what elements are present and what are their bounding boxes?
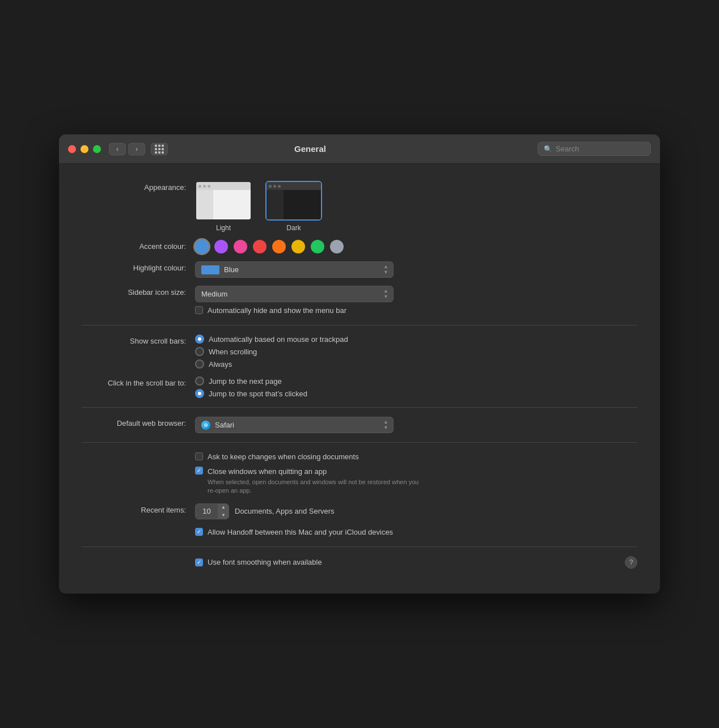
- recent-items-suffix: Documents, Apps and Servers: [235, 507, 335, 515]
- font-smoothing-row: Use font smoothing when available ?: [82, 556, 637, 569]
- accent-yellow[interactable]: [291, 240, 305, 253]
- settings-content: Appearance:: [59, 164, 660, 594]
- window-title: General: [88, 144, 532, 154]
- menu-bar-row: Automatically hide and show the menu bar: [195, 306, 394, 316]
- scroll-bars-label: Show scroll bars:: [82, 335, 195, 347]
- click-scroll-control: Jump to the next page Jump to the spot t…: [195, 376, 307, 398]
- highlight-colour-dropdown[interactable]: Blue ▲ ▼: [195, 261, 394, 278]
- recent-items-control: 10 ▲ ▼ Documents, Apps and Servers: [195, 503, 335, 519]
- search-input[interactable]: [556, 145, 645, 153]
- accent-colour-row: Accent colour:: [82, 240, 637, 253]
- accent-purple[interactable]: [214, 240, 228, 253]
- menu-bar-checkbox[interactable]: [195, 306, 203, 314]
- dropdown-arrows-2: ▲ ▼: [383, 289, 388, 299]
- recent-items-stepper[interactable]: 10 ▲ ▼: [195, 503, 229, 519]
- ask-keep-checkbox-row: Ask to keep changes when closing documen…: [195, 452, 423, 462]
- default-browser-label: Default web browser:: [82, 417, 195, 429]
- font-smoothing-checkbox-row: Use font smoothing when available ?: [195, 556, 637, 569]
- font-smoothing-inner: Use font smoothing when available: [195, 557, 322, 568]
- appearance-row: Appearance:: [82, 181, 637, 232]
- scroll-always-row: Always: [195, 359, 348, 369]
- accent-green[interactable]: [311, 240, 324, 253]
- font-smoothing-label-spacer: [82, 562, 195, 563]
- search-bar[interactable]: 🔍: [538, 142, 651, 156]
- arrow-up-2: ▲: [383, 289, 388, 294]
- arrow-up: ▲: [383, 264, 388, 269]
- appearance-label: Appearance:: [82, 181, 195, 193]
- arrow-up-3: ▲: [383, 420, 388, 425]
- ask-keep-label: Ask to keep changes when closing documen…: [208, 452, 359, 462]
- recent-items-stepper-row: 10 ▲ ▼ Documents, Apps and Servers: [195, 503, 335, 519]
- recent-items-label: Recent items:: [82, 503, 195, 516]
- scroll-next-page-row: Jump to the next page: [195, 376, 307, 386]
- scroll-spot-row: Jump to the spot that’s clicked: [195, 389, 307, 398]
- appearance-options: Light: [195, 181, 322, 232]
- ask-keep-control: Ask to keep changes when closing documen…: [195, 452, 423, 495]
- scroll-always-radio[interactable]: [195, 359, 204, 369]
- sidebar-size-value: Medium: [201, 290, 379, 298]
- close-windows-checkbox-row: Close windows when quitting an app When …: [195, 466, 423, 496]
- divider-2: [82, 407, 637, 408]
- scroll-next-page-label: Jump to the next page: [209, 377, 282, 386]
- help-button[interactable]: ?: [625, 556, 637, 569]
- arrow-down: ▼: [383, 270, 388, 275]
- sidebar-icon-size-control: Medium ▲ ▼ Automatically hide and show t…: [195, 286, 394, 316]
- scroll-auto-label: Automatically based on mouse or trackpad: [209, 335, 348, 344]
- sidebar-icon-size-label: Sidebar icon size:: [82, 286, 195, 298]
- divider-3: [82, 442, 637, 443]
- accent-colour-control: [195, 240, 344, 253]
- ask-keep-label-spacer: [82, 452, 195, 453]
- scroll-bars-row: Show scroll bars: Automatically based on…: [82, 335, 637, 369]
- divider-4: [82, 547, 637, 547]
- accent-blue[interactable]: [195, 240, 209, 253]
- scroll-scrolling-radio[interactable]: [195, 347, 204, 356]
- appearance-dark[interactable]: Dark: [265, 181, 322, 232]
- divider-1: [82, 325, 637, 325]
- dark-label: Dark: [286, 224, 301, 232]
- click-scroll-row: Click in the scroll bar to: Jump to the …: [82, 376, 637, 398]
- font-smoothing-checkbox[interactable]: [195, 558, 203, 566]
- dropdown-arrows-3: ▲ ▼: [383, 420, 388, 430]
- recent-items-row: Recent items: 10 ▲ ▼ Documents, Apps and…: [82, 503, 637, 519]
- scroll-spot-radio[interactable]: [195, 389, 204, 398]
- accent-pink[interactable]: [234, 240, 247, 253]
- default-browser-control: ⊕ Safari ▲ ▼: [195, 417, 394, 433]
- font-smoothing-label: Use font smoothing when available: [208, 557, 322, 568]
- scroll-spot-label: Jump to the spot that’s clicked: [209, 390, 307, 398]
- minimize-button[interactable]: [81, 145, 88, 153]
- accent-colour-label: Accent colour:: [82, 240, 195, 252]
- highlight-colour-control: Blue ▲ ▼: [195, 261, 394, 278]
- scroll-next-page-radio[interactable]: [195, 376, 204, 386]
- scroll-scrolling-row: When scrolling: [195, 347, 348, 356]
- sidebar-icon-size-dropdown[interactable]: Medium ▲ ▼: [195, 286, 394, 302]
- accent-orange[interactable]: [272, 240, 286, 253]
- dark-thumb: [265, 181, 322, 221]
- stepper-up[interactable]: ▲: [218, 504, 229, 511]
- scroll-scrolling-label: When scrolling: [209, 348, 257, 356]
- close-windows-checkbox[interactable]: [195, 467, 203, 475]
- appearance-light[interactable]: Light: [195, 181, 252, 232]
- dropdown-arrows: ▲ ▼: [383, 264, 388, 275]
- scroll-auto-radio[interactable]: [195, 335, 204, 344]
- close-windows-description: When selected, open documents and window…: [208, 477, 423, 496]
- recent-items-value: 10: [196, 505, 218, 518]
- safari-compass-icon: ⊕: [204, 422, 208, 428]
- stepper-down[interactable]: ▼: [218, 511, 229, 519]
- accent-red[interactable]: [253, 240, 267, 253]
- search-icon: 🔍: [544, 145, 552, 153]
- handoff-control: Allow Handoff between this Mac and your …: [195, 527, 393, 537]
- ask-keep-row: Ask to keep changes when closing documen…: [82, 452, 637, 495]
- ask-keep-checkbox[interactable]: [195, 452, 203, 460]
- menu-bar-label: Automatically hide and show the menu bar: [208, 306, 346, 316]
- accent-graphite[interactable]: [330, 240, 344, 253]
- default-browser-dropdown[interactable]: ⊕ Safari ▲ ▼: [195, 417, 394, 433]
- scroll-auto-row: Automatically based on mouse or trackpad: [195, 335, 348, 344]
- close-button[interactable]: [68, 145, 76, 153]
- close-windows-text-group: Close windows when quitting an app When …: [208, 466, 423, 496]
- handoff-checkbox[interactable]: [195, 528, 203, 536]
- safari-icon: ⊕: [201, 421, 210, 430]
- arrow-down-3: ▼: [383, 425, 388, 430]
- titlebar: ‹ › General 🔍: [59, 134, 660, 164]
- arrow-down-2: ▼: [383, 294, 388, 299]
- accent-colour-swatches: [195, 240, 344, 253]
